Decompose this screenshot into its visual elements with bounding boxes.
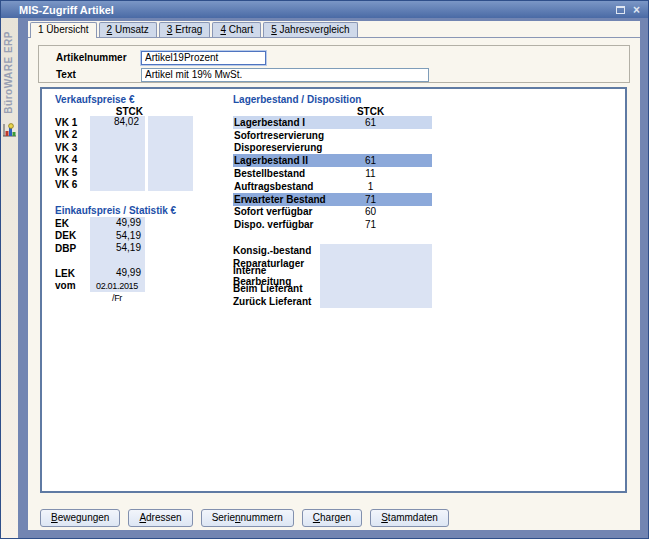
value-cell: 61: [348, 155, 393, 166]
stock-heading: Lagerbestand / Disposition: [233, 94, 361, 105]
row-label: VK 5: [55, 167, 90, 178]
value-cell: 49,99: [90, 217, 145, 230]
table-row: DEK54,19: [55, 230, 145, 243]
adressen-button[interactable]: Adressen: [128, 509, 192, 527]
table-row: Auftragsbestand1: [233, 180, 432, 193]
value-cell: [90, 129, 145, 142]
tab-5-jahresvergleich[interactable]: 5 Jahresvergleich: [263, 22, 357, 37]
value-cell: 54,19: [90, 230, 145, 243]
close-icon[interactable]: ×: [633, 5, 640, 15]
seriennummern-button[interactable]: Seriennummern: [201, 509, 294, 527]
value-cell: 71: [348, 194, 393, 205]
value-cell: [320, 257, 432, 270]
text-input[interactable]: [141, 68, 429, 82]
tab-2-umsatz[interactable]: 2 Umsatz: [99, 22, 157, 37]
table-row: Sofortreservierung: [233, 129, 432, 142]
row-label: EK: [55, 218, 90, 229]
row-label: Lagerbestand I: [233, 117, 348, 128]
dialog-content: 1 Übersicht2 Umsatz3 Ertrag4 Chart5 Jahr…: [28, 21, 640, 530]
table-row: Erwarteter Bestand71: [233, 193, 432, 206]
sales-prices-heading: Verkaufspreise €: [55, 94, 135, 105]
tab-label: Jahresvergleich: [280, 24, 350, 35]
row-label: VK 6: [55, 179, 90, 190]
row-label: VK 3: [55, 142, 90, 153]
maximize-icon[interactable]: [616, 6, 625, 14]
row-label: DEK: [55, 230, 90, 241]
value-cell: [320, 295, 432, 308]
value-cell: [90, 154, 145, 167]
sales-price-table: VK 184,02VK 2VK 3VK 4VK 5VK 6: [55, 116, 193, 191]
tab-label: Umsatz: [115, 24, 149, 35]
value-cell-2: [148, 129, 193, 142]
value-cell: 54,19: [90, 242, 145, 255]
artikelnummer-label: Artikelnummer: [56, 52, 141, 63]
tab-1-übersicht[interactable]: 1 Übersicht: [30, 22, 97, 38]
chargen-button[interactable]: Chargen: [302, 509, 362, 527]
tabpage-uebersicht: Artikelnummer Text Verkaufspreise € STCK: [28, 38, 640, 530]
value-cell-2: [148, 166, 193, 179]
value-cell: 49,99: [90, 267, 145, 280]
artikelnummer-input[interactable]: [141, 51, 266, 65]
value-cell: 02.01.2015 /Fr: [90, 280, 145, 293]
titlebar: MIS-Zugriff Artikel ×: [1, 1, 648, 18]
value-cell: [90, 166, 145, 179]
row-label: Dispo. verfügbar: [233, 219, 348, 230]
table-row: Sofort verfügbar60: [233, 206, 432, 219]
row-label: Lagerbestand II: [233, 155, 348, 166]
bewegungen-button[interactable]: Bewegungen: [40, 509, 120, 527]
app-window: MIS-Zugriff Artikel × BüroWARE ERP: [0, 0, 649, 539]
value-cell: 1: [348, 181, 393, 192]
value-cell: [320, 270, 432, 283]
row-label: vom: [55, 280, 90, 291]
tab-4-chart[interactable]: 4 Chart: [212, 22, 261, 37]
table-row: VK 3: [55, 141, 193, 154]
overview-panel: Verkaufspreise € STCK VK 184,02VK 2VK 3V…: [40, 87, 627, 493]
value-cell: 60: [348, 206, 393, 217]
row-label: Beim Lieferant: [233, 283, 320, 294]
brand-text: BüroWARE ERP: [3, 31, 14, 114]
tab-label: Chart: [229, 24, 253, 35]
window-controls: ×: [616, 5, 640, 15]
row-label: Sofort verfügbar: [233, 206, 348, 217]
tab-strip: 1 Übersicht2 Umsatz3 Ertrag4 Chart5 Jahr…: [28, 21, 640, 38]
table-row: LEK49,99: [55, 267, 145, 280]
value-cell: 61: [348, 117, 393, 128]
table-row: VK 4: [55, 154, 193, 167]
tab-number: 3: [167, 24, 173, 35]
tab-number: 4: [220, 24, 226, 35]
row-label: Auftragsbestand: [233, 181, 348, 192]
table-row: VK 184,02: [55, 116, 193, 129]
table-row: Interne Bearbeitung: [233, 270, 432, 283]
stock-extra-table: Konsig.-bestandReparaturlagerInterne Bea…: [233, 244, 432, 308]
table-row: Lagerbestand II61: [233, 154, 432, 167]
tab-number: 5: [271, 24, 277, 35]
tab-number: 1: [38, 24, 44, 35]
stammdaten-button[interactable]: Stammdaten: [370, 509, 449, 527]
purchase-price-table: EK49,99DEK54,19DBP54,19LEK49,99vom02.01.…: [55, 217, 145, 292]
row-label: Zurück Lieferant: [233, 296, 320, 307]
value-cell-2: [148, 154, 193, 167]
value-cell-2: [148, 116, 193, 129]
value-cell: [320, 282, 432, 295]
row-label: Konsig.-bestand: [233, 245, 320, 256]
table-row: EK49,99: [55, 217, 145, 230]
article-fieldset: Artikelnummer Text: [38, 45, 630, 83]
chart-tool-icon[interactable]: [2, 123, 17, 140]
row-label: DBP: [55, 243, 90, 254]
table-row: Disporeservierung: [233, 142, 432, 155]
text-label: Text: [56, 69, 141, 80]
row-label: VK 2: [55, 129, 90, 140]
text-row: Text: [56, 67, 629, 82]
table-row: VK 5: [55, 166, 193, 179]
table-row: VK 6: [55, 179, 193, 192]
value-cell: [90, 141, 145, 154]
value-cell: 71: [348, 219, 393, 230]
value-cell-2: [148, 179, 193, 192]
table-row: DBP54,19: [55, 242, 145, 255]
tab-3-ertrag[interactable]: 3 Ertrag: [159, 22, 211, 37]
value-cell: 84,02: [90, 116, 145, 129]
row-label: VK 1: [55, 117, 90, 128]
footer-buttonbar: BewegungenAdressenSeriennummernChargenSt…: [40, 509, 449, 527]
window-frame: BüroWARE ERP 1 Übersicht2 Umsatz3 Ertrag…: [1, 18, 648, 538]
table-row: Dispo. verfügbar71: [233, 218, 432, 231]
